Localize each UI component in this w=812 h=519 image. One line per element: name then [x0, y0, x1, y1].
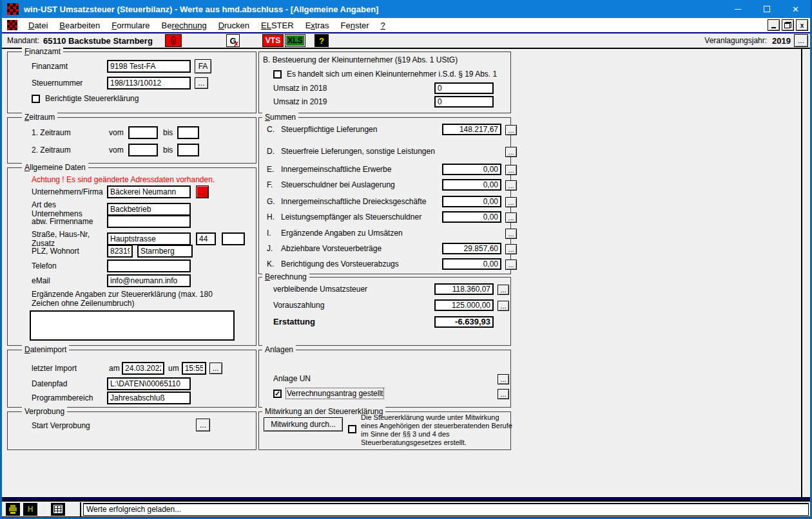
group-datenimport-title: Datenimport — [22, 345, 69, 354]
zeitraum2-vom-input[interactable] — [128, 144, 158, 156]
menu-formulare[interactable]: Formulare — [106, 19, 155, 32]
hmd-status-button[interactable]: H — [23, 503, 37, 516]
programmbereich-label: Programmbereich — [32, 393, 107, 402]
mdi-restore-button[interactable] — [782, 19, 794, 31]
telefon-input[interactable] — [107, 260, 191, 272]
summen-c-input[interactable] — [442, 124, 501, 135]
umsatz-2018-input[interactable] — [434, 82, 494, 94]
menu-hilfe[interactable]: ? — [375, 19, 391, 32]
import-button[interactable]: ... — [209, 363, 222, 374]
titlebar: win-UST Umsatzsteuer (Steuerbilanz) - We… — [2, 0, 810, 18]
xls-button[interactable]: XLS — [285, 34, 305, 47]
datenpfad-label: Datenpfad — [32, 379, 107, 388]
summen-k-label: Berichtigung des Vorsteuerabzugs — [281, 260, 399, 269]
strasse-input[interactable] — [107, 232, 191, 245]
umsatz-2019-label: Umsatz in 2019 — [273, 97, 434, 106]
summen-row-k: K.Berichtigung des Vorsteuerabzugs ... — [267, 260, 508, 269]
vts-button[interactable]: VTS — [262, 34, 284, 47]
adressdaten-button[interactable]: ... — [196, 185, 209, 198]
summen-k-input[interactable] — [442, 258, 501, 270]
summen-h-button[interactable]: ... — [505, 212, 517, 223]
steuernummer-lookup-button[interactable]: ... — [195, 77, 208, 89]
summen-i-button[interactable]: ... — [505, 229, 517, 239]
import-zeit-input[interactable] — [182, 362, 206, 375]
import-datum-input[interactable] — [122, 362, 164, 375]
summen-j-input[interactable] — [442, 243, 501, 254]
minimize-button[interactable] — [723, 0, 752, 18]
fa-button[interactable]: FA — [195, 59, 211, 73]
veranlagungsjahr-label: Veranlagungsjahr: — [704, 36, 767, 45]
mdi-close-button[interactable]: x — [796, 19, 808, 31]
hausnr-input[interactable] — [196, 232, 216, 245]
steuernummer-input[interactable] — [107, 77, 191, 90]
mitwirkung-durch-button[interactable]: Mitwirkung durch... — [264, 417, 343, 431]
mdi-minimize-button[interactable] — [768, 19, 780, 31]
summen-f-input[interactable] — [442, 179, 501, 191]
mitwirkung-checkbox[interactable] — [348, 425, 356, 433]
abw-firmenname-input[interactable] — [107, 215, 191, 228]
verrechnungsantrag-button[interactable]: ... — [498, 389, 509, 399]
menu-fenster[interactable]: Fenster — [334, 19, 374, 32]
table-status-button[interactable] — [51, 503, 65, 516]
wohnort-input[interactable] — [137, 245, 193, 258]
summen-e-button[interactable]: ... — [505, 165, 517, 175]
group-allgemeine-daten-title: Allgemeine Daten — [22, 163, 88, 172]
menu-elster[interactable]: ELSTER — [255, 19, 300, 32]
menu-berechnung[interactable]: Berechnung — [156, 19, 213, 32]
mdi-minimize-icon — [771, 27, 776, 28]
umsatz-2019-input[interactable] — [434, 96, 494, 108]
veranlagungsjahr-more-button[interactable]: ... — [794, 34, 808, 47]
menu-drucken[interactable]: Drucken — [213, 19, 255, 32]
plz-input[interactable] — [107, 245, 133, 258]
art-unternehmen-input[interactable] — [107, 203, 191, 216]
ergaenzende-angaben-textarea[interactable] — [30, 310, 235, 341]
zeitraum2-bis-label: bis — [163, 146, 177, 155]
datenpfad-input[interactable] — [107, 377, 191, 390]
zeitraum2-label: 2. Zeitraum — [32, 146, 109, 155]
summen-f-button[interactable]: ... — [505, 180, 517, 191]
zeitraum2-bis-input[interactable] — [177, 144, 199, 156]
vorauszahlung-button[interactable]: ... — [498, 301, 509, 311]
summen-d-button[interactable]: ... — [505, 147, 517, 157]
summen-h-input[interactable] — [442, 211, 501, 223]
finanzamt-input[interactable] — [107, 60, 191, 73]
zusatz-input[interactable] — [222, 232, 245, 245]
summen-j-button[interactable]: ... — [505, 244, 517, 254]
attachment-button[interactable] — [165, 34, 182, 47]
menu-datei[interactable]: Datei — [23, 19, 53, 32]
unternehmer-input[interactable] — [107, 185, 191, 198]
anlage-un-button[interactable]: ... — [498, 374, 509, 384]
summen-row-e: E.Innergemeinschaftliche Erwerbe ... — [267, 165, 508, 174]
help-button[interactable]: ? — [314, 34, 329, 47]
verbleibende-ust-input[interactable] — [434, 283, 494, 295]
status-message: Werte erfolgreich geladen... — [83, 503, 809, 516]
email-input[interactable] — [107, 274, 191, 287]
berichtigte-checkbox[interactable] — [32, 95, 40, 103]
maximize-icon — [764, 6, 770, 12]
programmbereich-input[interactable] — [107, 392, 191, 404]
close-button[interactable]: ✕ — [781, 0, 810, 18]
group-anlagen-title: Anlagen — [262, 345, 296, 354]
gx-button[interactable]: G✗ — [226, 34, 240, 47]
group-allgemeine-daten: Allgemeine Daten Achtung ! Es sind geänd… — [7, 167, 256, 346]
kleinunternehmer-checkbox[interactable] — [273, 70, 282, 79]
summen-e-input[interactable] — [442, 164, 501, 175]
zeitraum1-bis-label: bis — [163, 128, 177, 137]
verbleibende-ust-button[interactable]: ... — [498, 285, 509, 295]
menu-bearbeiten[interactable]: Bearbeiten — [53, 19, 106, 32]
summen-k-button[interactable]: ... — [505, 260, 517, 270]
summen-g-button[interactable]: ... — [505, 197, 517, 207]
summen-g-input[interactable] — [442, 196, 501, 207]
vorauszahlung-label: Vorauszahlung — [273, 301, 324, 310]
app-menu-icon[interactable] — [7, 20, 17, 30]
menu-extras[interactable]: Extras — [300, 19, 335, 32]
verrechnungsantrag-checkbox[interactable]: ✓ — [273, 390, 282, 398]
maximize-button[interactable] — [752, 0, 781, 18]
vorauszahlung-input[interactable] — [434, 299, 494, 311]
print-status-button[interactable] — [6, 503, 20, 516]
app-window: win-UST Umsatzsteuer (Steuerbilanz) - We… — [0, 0, 812, 519]
zeitraum1-bis-input[interactable] — [177, 126, 199, 139]
summen-c-button[interactable]: ... — [505, 125, 517, 135]
zeitraum1-vom-input[interactable] — [128, 126, 158, 139]
start-verprobung-button[interactable]: ... — [196, 419, 210, 431]
